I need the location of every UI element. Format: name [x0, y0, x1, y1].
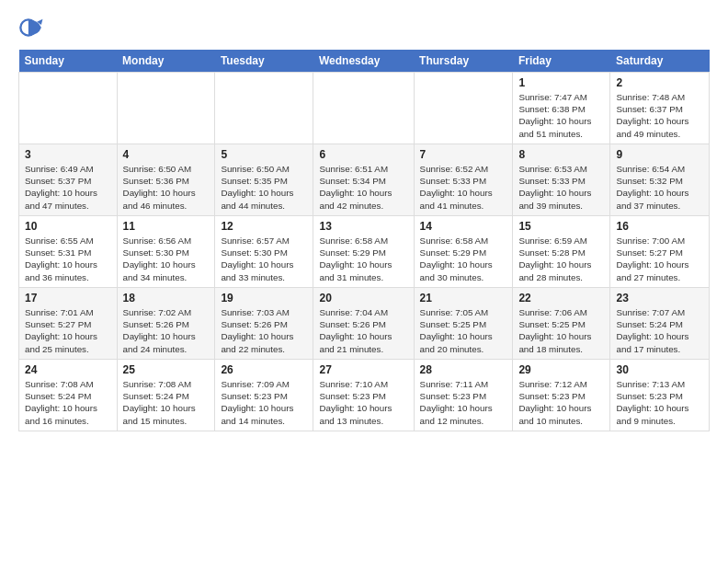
day-info: Sunrise: 6:59 AM Sunset: 5:28 PM Dayligh… [518, 235, 604, 283]
calendar-cell: 9Sunrise: 6:54 AM Sunset: 5:32 PM Daylig… [610, 144, 710, 216]
calendar-cell: 26Sunrise: 7:09 AM Sunset: 5:23 PM Dayli… [215, 360, 313, 431]
calendar-cell: 6Sunrise: 6:51 AM Sunset: 5:34 PM Daylig… [313, 144, 414, 216]
day-number: 2 [616, 76, 703, 89]
day-number: 27 [319, 363, 407, 376]
calendar-cell: 10Sunrise: 6:55 AM Sunset: 5:31 PM Dayli… [19, 216, 118, 288]
day-info: Sunrise: 6:57 AM Sunset: 5:30 PM Dayligh… [221, 235, 307, 283]
day-number: 14 [420, 220, 507, 233]
day-info: Sunrise: 7:08 AM Sunset: 5:24 PM Dayligh… [25, 378, 111, 427]
header [18, 15, 710, 40]
day-info: Sunrise: 7:11 AM Sunset: 5:23 PM Dayligh… [420, 378, 507, 427]
calendar-cell: 3Sunrise: 6:49 AM Sunset: 5:37 PM Daylig… [19, 144, 118, 216]
day-info: Sunrise: 7:06 AM Sunset: 5:25 PM Dayligh… [518, 306, 604, 355]
day-number: 26 [221, 363, 307, 376]
day-number: 4 [123, 148, 210, 161]
weekday-monday: Monday [117, 50, 215, 73]
calendar-cell: 7Sunrise: 6:52 AM Sunset: 5:33 PM Daylig… [414, 144, 513, 216]
calendar-cell: 4Sunrise: 6:50 AM Sunset: 5:36 PM Daylig… [117, 144, 215, 216]
day-info: Sunrise: 6:54 AM Sunset: 5:32 PM Dayligh… [616, 163, 703, 212]
day-number: 17 [25, 292, 111, 304]
day-info: Sunrise: 6:58 AM Sunset: 5:29 PM Dayligh… [420, 235, 507, 283]
calendar-cell: 17Sunrise: 7:01 AM Sunset: 5:27 PM Dayli… [19, 288, 118, 360]
calendar-cell [414, 73, 513, 144]
logo-icon [18, 15, 44, 40]
day-info: Sunrise: 7:08 AM Sunset: 5:24 PM Dayligh… [123, 378, 210, 427]
calendar-cell [215, 73, 313, 144]
calendar-cell: 5Sunrise: 6:50 AM Sunset: 5:35 PM Daylig… [215, 144, 313, 216]
page: SundayMondayTuesdayWednesdayThursdayFrid… [0, 0, 728, 446]
calendar-cell: 11Sunrise: 6:56 AM Sunset: 5:30 PM Dayli… [117, 216, 215, 288]
day-number: 9 [616, 148, 703, 161]
day-number: 25 [123, 363, 210, 376]
day-info: Sunrise: 7:12 AM Sunset: 5:23 PM Dayligh… [518, 378, 604, 427]
day-info: Sunrise: 7:10 AM Sunset: 5:23 PM Dayligh… [319, 378, 407, 427]
day-number: 6 [319, 148, 407, 161]
day-info: Sunrise: 7:48 AM Sunset: 6:37 PM Dayligh… [616, 91, 703, 140]
day-info: Sunrise: 7:03 AM Sunset: 5:26 PM Dayligh… [221, 306, 307, 355]
weekday-sunday: Sunday [19, 50, 118, 73]
day-info: Sunrise: 6:51 AM Sunset: 5:34 PM Dayligh… [319, 163, 407, 212]
day-number: 22 [518, 292, 604, 304]
calendar-cell: 27Sunrise: 7:10 AM Sunset: 5:23 PM Dayli… [313, 360, 414, 431]
day-info: Sunrise: 6:56 AM Sunset: 5:30 PM Dayligh… [123, 235, 210, 283]
calendar-cell: 2Sunrise: 7:48 AM Sunset: 6:37 PM Daylig… [610, 73, 710, 144]
day-info: Sunrise: 6:50 AM Sunset: 5:35 PM Dayligh… [221, 163, 307, 212]
calendar-cell: 21Sunrise: 7:05 AM Sunset: 5:25 PM Dayli… [414, 288, 513, 360]
day-number: 28 [420, 363, 507, 376]
day-info: Sunrise: 6:58 AM Sunset: 5:29 PM Dayligh… [319, 235, 407, 283]
day-number: 23 [616, 292, 703, 304]
calendar-cell: 16Sunrise: 7:00 AM Sunset: 5:27 PM Dayli… [610, 216, 710, 288]
day-info: Sunrise: 6:53 AM Sunset: 5:33 PM Dayligh… [518, 163, 604, 212]
calendar-cell: 1Sunrise: 7:47 AM Sunset: 6:38 PM Daylig… [513, 73, 610, 144]
day-number: 1 [518, 76, 604, 89]
week-row-4: 17Sunrise: 7:01 AM Sunset: 5:27 PM Dayli… [19, 288, 710, 360]
day-number: 11 [123, 220, 210, 233]
calendar-cell: 24Sunrise: 7:08 AM Sunset: 5:24 PM Dayli… [19, 360, 118, 431]
calendar-table: SundayMondayTuesdayWednesdayThursdayFrid… [18, 50, 710, 431]
day-info: Sunrise: 7:13 AM Sunset: 5:23 PM Dayligh… [616, 378, 703, 427]
calendar-cell: 19Sunrise: 7:03 AM Sunset: 5:26 PM Dayli… [215, 288, 313, 360]
calendar-cell: 18Sunrise: 7:02 AM Sunset: 5:26 PM Dayli… [117, 288, 215, 360]
weekday-tuesday: Tuesday [215, 50, 313, 73]
day-number: 21 [420, 292, 507, 304]
day-number: 7 [420, 148, 507, 161]
day-number: 13 [319, 220, 407, 233]
day-number: 24 [25, 363, 111, 376]
day-number: 3 [25, 148, 111, 161]
day-info: Sunrise: 7:07 AM Sunset: 5:24 PM Dayligh… [616, 306, 703, 355]
weekday-friday: Friday [513, 50, 610, 73]
calendar-cell: 25Sunrise: 7:08 AM Sunset: 5:24 PM Dayli… [117, 360, 215, 431]
calendar-cell: 14Sunrise: 6:58 AM Sunset: 5:29 PM Dayli… [414, 216, 513, 288]
day-info: Sunrise: 7:05 AM Sunset: 5:25 PM Dayligh… [420, 306, 507, 355]
calendar-cell: 22Sunrise: 7:06 AM Sunset: 5:25 PM Dayli… [513, 288, 610, 360]
calendar-cell [19, 73, 118, 144]
day-number: 30 [616, 363, 703, 376]
day-number: 19 [221, 292, 307, 304]
calendar-cell: 12Sunrise: 6:57 AM Sunset: 5:30 PM Dayli… [215, 216, 313, 288]
day-number: 10 [25, 220, 111, 233]
day-number: 12 [221, 220, 307, 233]
day-info: Sunrise: 7:02 AM Sunset: 5:26 PM Dayligh… [123, 306, 210, 355]
day-info: Sunrise: 6:50 AM Sunset: 5:36 PM Dayligh… [123, 163, 210, 212]
day-info: Sunrise: 7:09 AM Sunset: 5:23 PM Dayligh… [221, 378, 307, 427]
day-number: 18 [123, 292, 210, 304]
day-number: 29 [518, 363, 604, 376]
calendar-cell: 30Sunrise: 7:13 AM Sunset: 5:23 PM Dayli… [610, 360, 710, 431]
day-number: 5 [221, 148, 307, 161]
week-row-3: 10Sunrise: 6:55 AM Sunset: 5:31 PM Dayli… [19, 216, 710, 288]
calendar-cell [117, 73, 215, 144]
week-row-1: 1Sunrise: 7:47 AM Sunset: 6:38 PM Daylig… [19, 73, 710, 144]
day-info: Sunrise: 7:47 AM Sunset: 6:38 PM Dayligh… [518, 91, 604, 140]
day-number: 15 [518, 220, 604, 233]
calendar-cell: 28Sunrise: 7:11 AM Sunset: 5:23 PM Dayli… [414, 360, 513, 431]
weekday-saturday: Saturday [610, 50, 710, 73]
calendar-cell: 15Sunrise: 6:59 AM Sunset: 5:28 PM Dayli… [513, 216, 610, 288]
calendar-cell: 13Sunrise: 6:58 AM Sunset: 5:29 PM Dayli… [313, 216, 414, 288]
weekday-wednesday: Wednesday [313, 50, 414, 73]
weekday-thursday: Thursday [414, 50, 513, 73]
day-info: Sunrise: 7:01 AM Sunset: 5:27 PM Dayligh… [25, 306, 111, 355]
logo [18, 15, 48, 40]
day-info: Sunrise: 6:55 AM Sunset: 5:31 PM Dayligh… [25, 235, 111, 283]
day-info: Sunrise: 6:52 AM Sunset: 5:33 PM Dayligh… [420, 163, 507, 212]
day-info: Sunrise: 7:04 AM Sunset: 5:26 PM Dayligh… [319, 306, 407, 355]
